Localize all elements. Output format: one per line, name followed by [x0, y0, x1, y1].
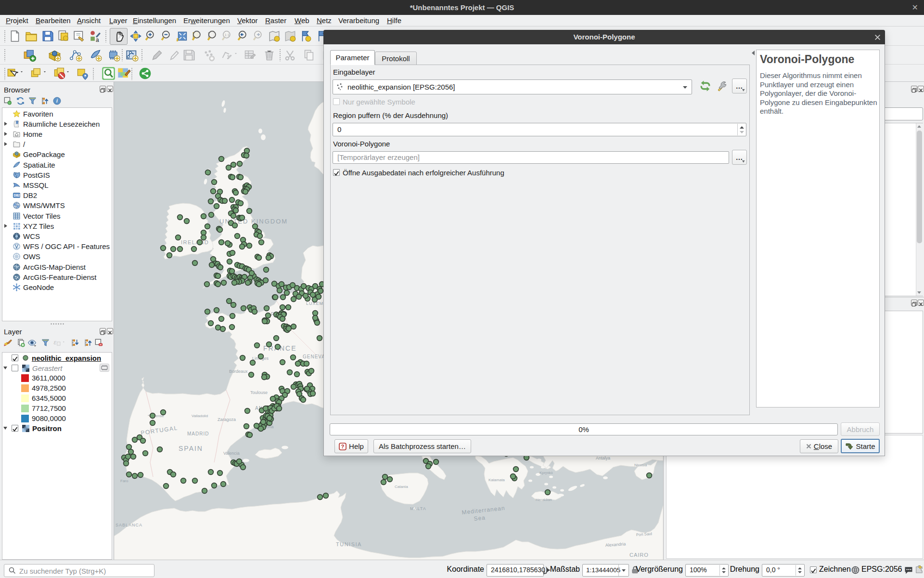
- svg-text:DB2: DB2: [14, 194, 20, 197]
- svg-text:Heraklion: Heraklion: [536, 498, 552, 502]
- svg-text:Antalya: Antalya: [596, 456, 610, 460]
- svg-text:?: ?: [341, 444, 345, 449]
- svg-text:SPAIN: SPAIN: [179, 445, 203, 452]
- svg-text:Bordeaux: Bordeaux: [229, 369, 248, 374]
- svg-text:Sea: Sea: [474, 514, 486, 522]
- svg-text:TUNISIA: TUNISIA: [336, 541, 362, 547]
- svg-text:a: a: [96, 37, 99, 42]
- svg-text:1:1: 1:1: [225, 33, 230, 37]
- svg-text:Valencia: Valencia: [223, 451, 240, 456]
- svg-text:Nicosia: Nicosia: [634, 463, 647, 467]
- svg-text:CAIRO: CAIRO: [629, 552, 649, 558]
- svg-text:Zaragoza: Zaragoza: [218, 417, 236, 422]
- svg-text:MADRID: MADRID: [187, 431, 209, 436]
- svg-text:GENEVA: GENEVA: [303, 354, 325, 359]
- svg-text:Toulouse: Toulouse: [250, 390, 268, 395]
- svg-text:Kalamata: Kalamata: [488, 478, 505, 482]
- svg-text:Catania: Catania: [395, 485, 408, 489]
- svg-text:SABLANCA: SABLANCA: [116, 523, 142, 527]
- svg-text:Valladolid: Valladolid: [192, 414, 208, 418]
- svg-text:MALTA: MALTA: [410, 506, 426, 511]
- svg-text:ε: ε: [54, 339, 57, 346]
- svg-text:IRELAND: IRELAND: [181, 239, 209, 245]
- svg-text:Kpητιkό: Kpητιkό: [539, 471, 553, 475]
- svg-text:Faro: Faro: [120, 479, 128, 483]
